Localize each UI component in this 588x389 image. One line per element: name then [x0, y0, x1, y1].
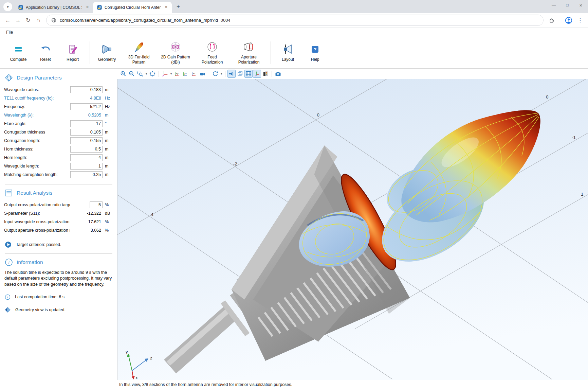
waveguide-length-input[interactable]	[70, 163, 103, 170]
back-icon: ←	[5, 17, 11, 23]
wavelength-value: 0.5205	[70, 113, 103, 118]
geometry-status-diamond-icon	[5, 307, 11, 313]
section-title: Information	[17, 259, 43, 265]
farfield-3d-pattern-icon	[133, 40, 145, 53]
forward-button[interactable]: →	[13, 15, 23, 25]
tab-title: Corrugated Circular Horn Anten	[105, 5, 161, 10]
scene-light-icon	[228, 71, 235, 77]
toolbar-separator	[159, 71, 159, 77]
svg-text:i: i	[7, 295, 8, 299]
graphics-canvas[interactable]: 0 -2 -4 0 -1 1 y	[117, 79, 588, 380]
information-header: i Information	[5, 258, 113, 266]
browser-menu-button[interactable]: ⋮	[575, 15, 585, 25]
color-legend-toggle[interactable]	[261, 70, 270, 78]
horn-length-input[interactable]	[70, 154, 103, 161]
farfield-3d-button[interactable]: 3D Far-field Pattern	[121, 39, 157, 66]
aperture-polarization-button[interactable]: Aperture Polarization	[231, 39, 267, 66]
gain-2d-button[interactable]: 2D Gain Pattern (dBi)	[157, 39, 194, 66]
view-yz-button[interactable]: yz	[182, 70, 190, 78]
settings-sidebar: Design Parameters Waveguide radius:m TE1…	[0, 69, 117, 389]
zoom-box-dropdown[interactable]: ▾	[145, 72, 148, 75]
profile-button[interactable]	[564, 15, 574, 25]
feed-polarization-icon	[206, 40, 218, 53]
feed-polarization-button[interactable]: Feed Polarization	[194, 39, 231, 66]
param-row: Wavelength (λ):0.5205m	[4, 111, 113, 119]
last-computation-text: Last computation time: 6 s	[15, 295, 65, 299]
browser-tab-inactive[interactable]: Application Library | COMSOL S ×	[14, 2, 93, 13]
corrugation-length-input[interactable]	[70, 137, 103, 144]
rotate-view-button[interactable]	[211, 70, 219, 78]
information-text: The solution time is expected to be arou…	[4, 270, 113, 287]
transparency-toggle[interactable]	[236, 70, 244, 78]
snapshot-button[interactable]	[274, 70, 282, 78]
frequency-input[interactable]	[70, 103, 103, 110]
output-cross-pol-value: 3.062	[70, 228, 103, 233]
scene-light-toggle[interactable]	[227, 70, 236, 78]
cross-pol-target-input[interactable]	[90, 201, 103, 208]
zoom-box-button[interactable]	[136, 70, 144, 78]
address-bar[interactable]: comsol.com/server-demo/app/library_corru…	[46, 15, 544, 26]
status-text: Target criterion: passed.	[16, 242, 61, 247]
rotate-dropdown[interactable]: ▾	[220, 72, 223, 75]
param-row: Corrugation length:m	[4, 136, 113, 145]
report-button[interactable]: Report	[59, 41, 86, 63]
waveguide-radius-input[interactable]	[70, 86, 103, 93]
reset-button[interactable]: Reset	[32, 41, 59, 63]
geometry-button[interactable]: Geometry	[93, 41, 121, 63]
view-caption: In this view, 3/8 sections of the horn a…	[117, 380, 588, 389]
layout-icon	[282, 43, 294, 56]
reload-button[interactable]: ↻	[23, 15, 33, 25]
compute-button[interactable]: Compute	[5, 41, 32, 63]
view-xy-button[interactable]: xy	[173, 70, 181, 78]
section-title: Result Analysis	[17, 190, 52, 196]
axes-toggle[interactable]	[253, 70, 261, 78]
default-view-button[interactable]	[161, 70, 169, 78]
grid-toggle[interactable]	[244, 70, 253, 78]
file-menu[interactable]: File	[6, 30, 13, 35]
param-row: Waveguide length:m	[4, 162, 113, 170]
target-criterion-status: Target criterion: passed.	[5, 241, 113, 248]
extensions-button[interactable]	[546, 15, 556, 25]
print-view-button[interactable]	[199, 70, 207, 78]
browser-toolbar: ← → ↻ ⌂ comsol.com/server-demo/app/libra…	[0, 13, 588, 28]
horn-thickness-input[interactable]	[70, 146, 103, 153]
tab-close-icon[interactable]: ×	[163, 4, 169, 10]
zoom-extents-button[interactable]	[148, 70, 157, 78]
minimize-button[interactable]: —	[551, 3, 556, 7]
param-row: Matching corrugation length:m	[4, 170, 113, 179]
close-window-button[interactable]: ×	[578, 2, 583, 8]
default-view-dropdown[interactable]: ▾	[169, 72, 173, 75]
info-small-icon: i	[5, 294, 11, 300]
view-xz-button[interactable]: xz	[190, 70, 198, 78]
toolbar-separator	[272, 71, 272, 77]
zoom-box-icon	[137, 71, 143, 77]
param-row: Frequency:Hz	[4, 102, 113, 111]
svg-text:-1: -1	[572, 135, 576, 140]
browser-tab-strip: ▾ Application Library | COMSOL S × Corru…	[0, 0, 588, 13]
maximize-button[interactable]: □	[565, 3, 570, 7]
layout-button[interactable]: Layout	[274, 41, 301, 63]
comsol-favicon	[18, 5, 23, 10]
back-button[interactable]: ←	[3, 15, 13, 25]
zoom-out-button[interactable]	[128, 70, 136, 78]
svg-text:-2: -2	[233, 161, 237, 166]
svg-text:0: 0	[317, 112, 320, 118]
tab-close-icon[interactable]: ×	[85, 4, 90, 10]
tab-search-button[interactable]: ▾	[3, 2, 12, 11]
help-button[interactable]: ? Help	[301, 41, 329, 63]
compute-icon	[13, 43, 24, 56]
geometry-updated-row: Geometry view is updated.	[5, 307, 113, 313]
help-icon: ?	[309, 43, 321, 56]
flare-angle-input[interactable]	[70, 120, 103, 127]
new-tab-button[interactable]: +	[174, 2, 183, 11]
corrugation-thickness-input[interactable]	[70, 129, 103, 136]
zoom-in-button[interactable]	[119, 70, 127, 78]
transparency-cube-icon	[237, 71, 243, 77]
browser-tab-active[interactable]: Corrugated Circular Horn Anten ×	[93, 2, 172, 13]
zoom-out-icon	[129, 71, 135, 77]
graphics-panel: ▾ ▾ xy yz xz	[117, 69, 588, 389]
home-button[interactable]: ⌂	[33, 15, 43, 25]
result-row: S-parameter (S11):-12.322dB	[4, 209, 113, 217]
toolbar-separator	[225, 71, 225, 77]
matching-corrugation-length-input[interactable]	[70, 171, 103, 178]
